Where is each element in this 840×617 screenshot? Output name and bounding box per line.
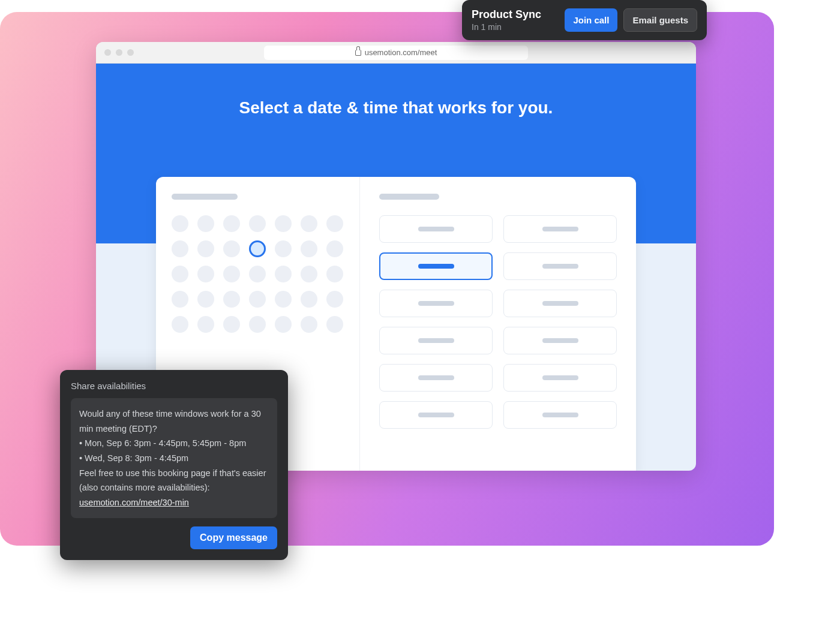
close-dot-icon[interactable] [104,49,111,56]
notification-subtitle: In 1 min [472,22,541,32]
calendar-day[interactable] [223,291,240,308]
calendar-day[interactable] [301,316,317,333]
calendar-day[interactable] [197,215,214,232]
timeslot-option[interactable] [379,364,493,392]
timeslot-option[interactable] [503,401,617,429]
timeslot-label-placeholder [418,375,454,380]
timeslot-label-placeholder [542,338,578,343]
calendar-day[interactable] [197,291,214,308]
booking-link[interactable]: usemotion.com/meet/30-min [79,495,269,510]
timeslots-date-label [379,194,439,200]
calendar-day[interactable] [326,240,343,257]
calendar-day[interactable] [249,240,266,257]
timeslot-option[interactable] [379,290,493,317]
calendar-day[interactable] [172,215,188,232]
timeslots-panel [360,177,636,471]
calendar-day[interactable] [249,266,266,282]
timeslot-option[interactable] [503,327,617,354]
timeslot-label-placeholder [542,264,578,269]
timeslot-option[interactable] [503,215,617,243]
meeting-notification: Product Sync In 1 min Join call Email gu… [462,0,707,40]
calendar-day[interactable] [172,266,188,282]
email-guests-button[interactable]: Email guests [623,8,697,32]
share-slot-line-2: • Wed, Sep 8: 3pm - 4:45pm [79,451,269,466]
join-call-button[interactable]: Join call [565,8,617,32]
timeslot-label-placeholder [542,375,578,380]
url-text: usemotion.com/meet [365,48,437,57]
calendar-day[interactable] [249,291,266,308]
calendar-grid [172,215,344,333]
share-intro: Would any of these time windows work for… [79,407,269,436]
timeslot-option[interactable] [379,215,493,243]
url-bar[interactable]: usemotion.com/meet [264,46,528,60]
calendar-day[interactable] [249,215,266,232]
calendar-day[interactable] [326,266,343,282]
timeslot-label-placeholder [542,227,578,231]
calendar-day[interactable] [326,215,343,232]
minimize-dot-icon[interactable] [116,49,122,56]
calendar-day[interactable] [223,240,240,257]
maximize-dot-icon[interactable] [127,49,134,56]
timeslot-label-placeholder [418,301,454,306]
timeslot-grid [379,215,617,429]
timeslot-option[interactable] [379,327,493,354]
share-availabilities-panel: Share availabilities Would any of these … [60,370,288,560]
timeslot-option[interactable] [503,252,617,280]
notification-title: Product Sync [472,8,541,21]
calendar-day[interactable] [223,266,240,282]
calendar-day[interactable] [172,316,188,333]
calendar-day[interactable] [301,291,317,308]
timeslot-label-placeholder [542,413,578,417]
calendar-day[interactable] [326,291,343,308]
calendar-day[interactable] [197,266,214,282]
lock-icon [355,50,361,56]
timeslot-option[interactable] [379,252,493,280]
browser-title-bar: usemotion.com/meet [96,42,696,64]
calendar-day[interactable] [326,316,343,333]
calendar-day[interactable] [249,316,266,333]
timeslot-option[interactable] [503,364,617,392]
calendar-day[interactable] [275,215,292,232]
share-message-body: Would any of these time windows work for… [71,398,277,518]
timeslot-option[interactable] [379,401,493,429]
calendar-day[interactable] [223,215,240,232]
timeslot-label-placeholder [418,227,454,231]
timeslot-option[interactable] [503,290,617,317]
calendar-day[interactable] [275,316,292,333]
calendar-day[interactable] [275,240,292,257]
notification-actions: Join call Email guests [565,8,697,32]
calendar-day[interactable] [275,266,292,282]
traffic-lights [104,49,134,56]
timeslot-label-placeholder [542,301,578,306]
calendar-day[interactable] [197,316,214,333]
calendar-day[interactable] [301,240,317,257]
share-outro: Feel free to use this booking page if th… [79,466,269,495]
calendar-day[interactable] [172,240,188,257]
notification-text: Product Sync In 1 min [472,8,541,32]
calendar-day[interactable] [301,266,317,282]
calendar-day[interactable] [301,215,317,232]
timeslot-label-placeholder [418,338,454,343]
calendar-day[interactable] [275,291,292,308]
calendar-month-label [172,194,238,200]
calendar-day[interactable] [223,316,240,333]
share-panel-footer: Copy message [71,526,277,549]
share-panel-title: Share availabilities [71,381,277,391]
share-slot-line-1: • Mon, Sep 6: 3pm - 4:45pm, 5:45pm - 8pm [79,436,269,451]
calendar-day[interactable] [197,240,214,257]
copy-message-button[interactable]: Copy message [190,526,277,549]
timeslot-label-placeholder [418,264,454,269]
timeslot-label-placeholder [418,413,454,417]
calendar-day[interactable] [172,291,188,308]
